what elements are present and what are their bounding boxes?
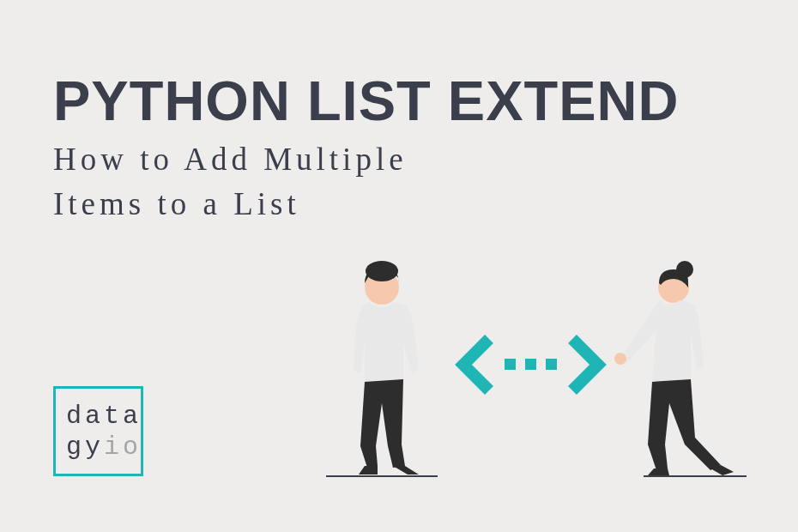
person-left-icon	[326, 261, 438, 476]
distance-indicator-icon	[463, 339, 598, 390]
page-title: Python List Extend	[53, 69, 679, 133]
logo-line2-dark: gy	[66, 432, 104, 462]
svg-point-2	[366, 261, 398, 281]
svg-rect-4	[525, 359, 536, 370]
person-right-icon	[614, 261, 747, 476]
subtitle-line1: How to Add Multiple	[53, 137, 408, 182]
svg-rect-5	[546, 359, 557, 370]
distance-illustration	[317, 257, 755, 489]
subtitle-line2: Items to a List	[53, 182, 408, 227]
logo-line2: gyio	[66, 432, 142, 462]
page-subtitle: How to Add Multiple Items to a List	[53, 137, 408, 227]
svg-point-9	[614, 353, 626, 365]
logo: data gyio	[53, 386, 143, 476]
logo-line1: data	[66, 401, 142, 432]
logo-line2-light: io	[104, 432, 142, 462]
svg-rect-3	[505, 359, 516, 370]
